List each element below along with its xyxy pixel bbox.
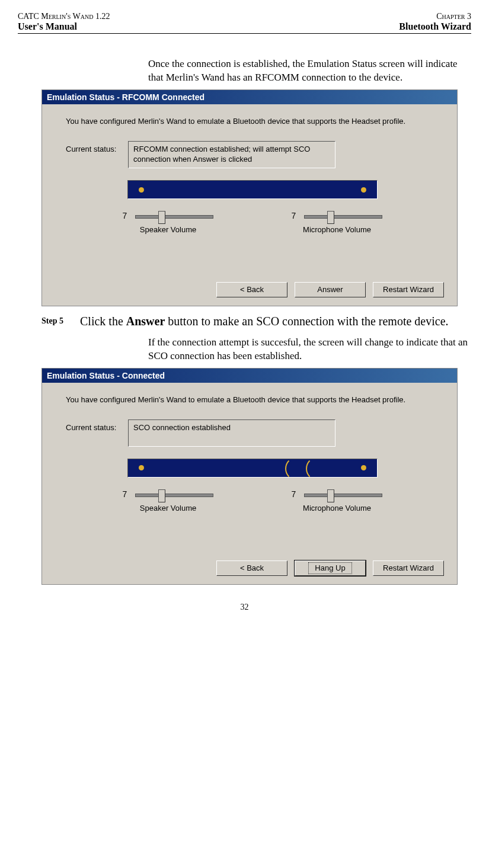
- current-status-value: RFCOMM connection established; will atte…: [128, 141, 335, 168]
- emulation-status-dialog-rfcomm: Emulation Status - RFCOMM Connected You …: [41, 89, 458, 306]
- endpoint-dot-icon: [361, 187, 366, 193]
- dialog-titlebar: Emulation Status - Connected: [42, 369, 457, 383]
- step-5-label: Step 5: [18, 313, 80, 329]
- microphone-volume-value: 7: [292, 489, 296, 499]
- speaker-volume-group: 7 Speaker Volume: [109, 489, 228, 513]
- volume-sliders-row: 7 Speaker Volume 7 Microphone Volume: [66, 211, 439, 234]
- endpoint-dot-icon: [139, 465, 144, 470]
- page-header-sub: User's Manual Bluetooth Wizard: [18, 21, 471, 34]
- dialog-intro-text: You have configured Merlin's Wand to emu…: [66, 395, 439, 405]
- header-left-sub: User's Manual: [18, 21, 77, 32]
- dialog-titlebar: Emulation Status - RFCOMM Connected: [42, 90, 457, 104]
- connection-progress-bar: [127, 180, 378, 199]
- microphone-volume-label: Microphone Volume: [303, 225, 371, 234]
- current-status-row: Current status: SCO connection establish…: [66, 419, 439, 447]
- header-right-top: Chapter 3: [436, 12, 471, 21]
- page-header-top: CATC Merlin's Wand 1.22 Chapter 3: [18, 12, 471, 21]
- current-status-value: SCO connection established: [128, 419, 335, 447]
- slider-thumb-icon[interactable]: [327, 211, 334, 224]
- slider-thumb-icon[interactable]: [158, 489, 165, 502]
- microphone-volume-slider[interactable]: [304, 215, 382, 219]
- speaker-volume-value: 7: [123, 211, 127, 220]
- speaker-volume-slider[interactable]: [135, 215, 213, 219]
- answer-button[interactable]: Answer: [295, 282, 366, 297]
- paragraph-1: Once the connection is established, the …: [148, 57, 471, 85]
- speaker-volume-label: Speaker Volume: [140, 504, 196, 513]
- page-number: 32: [18, 603, 471, 612]
- signal-arc-icon: [285, 457, 309, 481]
- header-left-top: CATC Merlin's Wand 1.22: [18, 12, 110, 21]
- microphone-volume-value: 7: [292, 211, 296, 220]
- current-status-label: Current status:: [66, 419, 128, 432]
- header-right-sub: Bluetooth Wizard: [399, 21, 471, 32]
- step-5-row: Step 5 Click the Answer button to make a…: [18, 313, 471, 329]
- speaker-volume-slider[interactable]: [135, 494, 213, 497]
- slider-thumb-icon[interactable]: [327, 489, 334, 502]
- dialog-button-row: < Back Answer Restart Wizard: [216, 282, 444, 297]
- dialog-body: You have configured Merlin's Wand to emu…: [42, 383, 457, 584]
- step-5-text: Click the Answer button to make an SCO c…: [80, 313, 471, 329]
- microphone-volume-slider[interactable]: [304, 494, 382, 497]
- speaker-volume-value: 7: [123, 489, 127, 499]
- back-button[interactable]: < Back: [216, 560, 287, 576]
- endpoint-dot-icon: [361, 465, 366, 470]
- dialog-body: You have configured Merlin's Wand to emu…: [42, 104, 457, 306]
- speaker-volume-group: 7 Speaker Volume: [109, 211, 228, 234]
- signal-arc-icon: [306, 457, 330, 481]
- back-button[interactable]: < Back: [216, 282, 287, 297]
- microphone-volume-group: 7 Microphone Volume: [278, 211, 397, 234]
- dialog-intro-text: You have configured Merlin's Wand to emu…: [66, 116, 439, 127]
- emulation-status-dialog-connected: Emulation Status - Connected You have co…: [41, 368, 458, 585]
- dialog-button-row: < Back Hang Up Restart Wizard: [216, 560, 444, 576]
- current-status-row: Current status: RFCOMM connection establ…: [66, 141, 439, 168]
- endpoint-dot-icon: [139, 187, 144, 193]
- restart-wizard-button[interactable]: Restart Wizard: [373, 560, 444, 576]
- microphone-volume-group: 7 Microphone Volume: [278, 489, 397, 513]
- restart-wizard-button[interactable]: Restart Wizard: [373, 282, 444, 297]
- slider-thumb-icon[interactable]: [158, 211, 165, 224]
- connection-progress-bar: [127, 459, 378, 478]
- paragraph-2: If the connection attempt is succesful, …: [148, 336, 471, 363]
- hang-up-button[interactable]: Hang Up: [295, 560, 366, 576]
- microphone-volume-label: Microphone Volume: [303, 504, 371, 513]
- current-status-label: Current status:: [66, 141, 128, 153]
- speaker-volume-label: Speaker Volume: [140, 225, 196, 234]
- volume-sliders-row: 7 Speaker Volume 7 Microphone Volume: [66, 489, 439, 513]
